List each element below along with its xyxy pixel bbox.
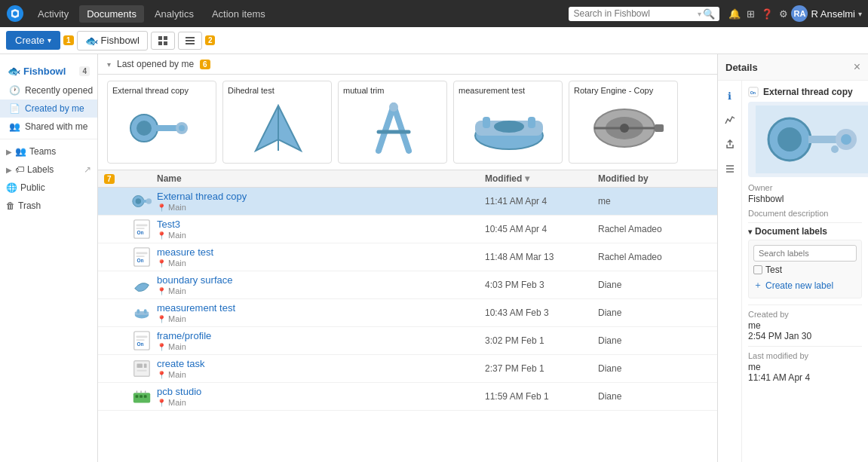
row-icon-3: On [127,246,157,268]
sidebar-item-recently-opened[interactable]: 🕐 Recently opened [0,81,97,99]
table-row[interactable]: On Test3 📍 Main 10:45 AM Apr 4 Rachel Am… [98,216,717,243]
row-name-2: Test3 📍 Main [157,219,485,240]
table-row[interactable]: create task 📍 Main 2:37 PM Feb 1 Diane [98,355,717,383]
labels-search-input[interactable] [753,245,857,262]
sidebar-badge: 4 [79,66,90,76]
thumb-img-5 [574,98,674,158]
svg-rect-34 [136,224,148,226]
details-main-panel: ℹ [718,81,868,462]
col-modified-header[interactable]: Modified ▾ [485,173,598,184]
sidebar-item-shared-with-me[interactable]: 👥 Shared with me [0,118,97,136]
row-icon-4 [127,274,157,295]
plus-icon: ＋ [753,279,762,292]
user-menu[interactable]: RA R Anselmi ▾ [791,5,862,22]
shared-with-me-label: Shared with me [25,121,87,132]
nav-tab-analytics[interactable]: Analytics [147,5,201,23]
svg-rect-55 [140,395,143,398]
row-modby-3: Rachel Amadeo [598,252,711,262]
thumb-title-3: mutual trim [343,86,442,95]
svg-rect-21 [483,117,490,128]
table-row[interactable]: pcb studio 📍 Main 11:59 AM Feb 1 Diane [98,383,717,411]
settings-icon[interactable]: ⚙ [779,8,788,20]
details-share-icon-btn[interactable] [721,135,739,153]
svg-text:On: On [136,341,143,347]
col-modby-header[interactable]: Modified by [598,173,711,184]
thumb-dihedral-test[interactable]: Dihedral test [222,81,332,164]
thumb-img-1 [112,98,213,158]
row-modby-2: Rachel Amadeo [598,224,711,234]
thumb-rotary-engine[interactable]: Rotary Engine - Copy [569,81,678,164]
svg-rect-28 [655,124,664,132]
nav-tab-action-items[interactable]: Action items [204,5,273,23]
nav-tab-activity[interactable]: Activity [30,5,76,23]
svg-text:On: On [136,230,143,235]
search-input[interactable] [573,8,698,19]
thumb-title-5: Rotary Engine - Copy [574,86,673,95]
details-chart-icon-btn[interactable] [721,111,739,129]
svg-line-16 [394,106,409,151]
table-row[interactable]: On measure test 📍 Main 11:48 AM Mar 13 R… [98,243,717,271]
thumb-mutual-trim[interactable]: mutual trim [338,81,447,164]
sidebar-item-teams[interactable]: ▶ 👥 Teams [0,142,97,161]
svg-rect-53 [133,393,150,402]
row-modby-8: Diane [598,391,711,402]
table-row[interactable]: boundary surface 📍 Main 4:03 PM Feb 3 Di… [98,271,717,299]
user-chevron-icon: ▾ [858,10,862,18]
label-test-checkbox[interactable] [753,265,762,274]
details-created-by-section: Created by me 2:54 PM Jan 30 [748,304,862,341]
create-button[interactable]: Create ▾ [6,31,60,50]
sidebar-workspace[interactable]: 🐟 Fishbowl 4 [0,60,97,81]
svg-point-18 [389,102,398,112]
workspace-pin-icon-2: 📍 [157,231,166,240]
svg-rect-49 [134,361,150,377]
clock-icon: 🕐 [9,85,20,96]
svg-rect-51 [144,363,147,368]
content-area: ▾ Last opened by me 6 External thread co… [98,54,717,462]
bell-icon[interactable]: 🔔 [728,8,741,20]
sidebar-item-labels[interactable]: ▶ 🏷 Labels ↗ [0,161,97,179]
table-row[interactable]: On frame/profile 📍 Main 3:02 PM Feb 1 Di… [98,327,717,355]
fishbowl-selector[interactable]: 🐟 Fishbowl [77,31,148,50]
teams-label: Teams [29,146,56,157]
details-content: On External thread copy [742,81,868,462]
thumb-measurement-test[interactable]: measurement test [453,81,563,164]
apps-icon[interactable]: ⊞ [747,8,755,20]
workspace-pin-icon-4: 📍 [157,287,166,295]
table-row[interactable]: External thread copy 📍 Main 11:41 AM Apr… [98,188,717,216]
row-modified-6: 3:02 PM Feb 1 [485,335,598,346]
create-label-button[interactable]: ＋ Create new label [753,277,857,293]
sidebar-workspace-label: Fishbowl [23,66,66,77]
svg-point-71 [831,145,839,153]
sidebar-item-trash[interactable]: 🗑 Trash [0,197,97,215]
svg-point-23 [494,121,524,133]
view-list-button[interactable] [178,32,202,50]
svg-rect-4 [158,41,162,45]
table-row[interactable]: measurement test 📍 Main 10:43 AM Feb 3 D… [98,299,717,327]
table-area: 7 Name Modified ▾ Modified by [98,170,717,462]
row-modby-6: Diane [598,335,711,346]
details-labels-collapse[interactable]: ▾ Document labels [748,222,862,237]
row-modified-7: 2:37 PM Feb 1 [485,363,598,374]
details-labels-content: Test ＋ Create new label [748,240,862,298]
sidebar-item-public[interactable]: 🌐 Public [0,179,97,197]
add-label-icon[interactable]: ↗ [84,164,91,175]
svg-text:On: On [136,258,143,263]
sidebar-item-created-by-me[interactable]: 📄 Created by me [0,99,97,118]
details-more-icon-btn[interactable] [721,159,739,177]
view-grid-button[interactable] [151,32,175,50]
row-modby-4: Diane [598,280,711,290]
thumb-external-thread-copy[interactable]: External thread copy [107,81,216,164]
col-name-header[interactable]: Name [157,173,485,184]
details-close-button[interactable]: × [854,60,860,74]
svg-rect-46 [136,335,148,338]
nav-tab-documents[interactable]: Documents [79,5,144,23]
app-logo [6,5,24,23]
filter-label[interactable]: Last opened by me [117,59,194,69]
svg-rect-6 [186,37,195,38]
search-bar[interactable]: ▾ 🔍 [569,7,719,21]
details-info-icon-btn[interactable]: ℹ [721,87,739,105]
fishbowl-icon: 🐟 [85,35,98,47]
row-modified-2: 10:45 AM Apr 4 [485,224,598,234]
help-icon[interactable]: ❓ [761,8,773,20]
svg-rect-43 [136,309,140,314]
